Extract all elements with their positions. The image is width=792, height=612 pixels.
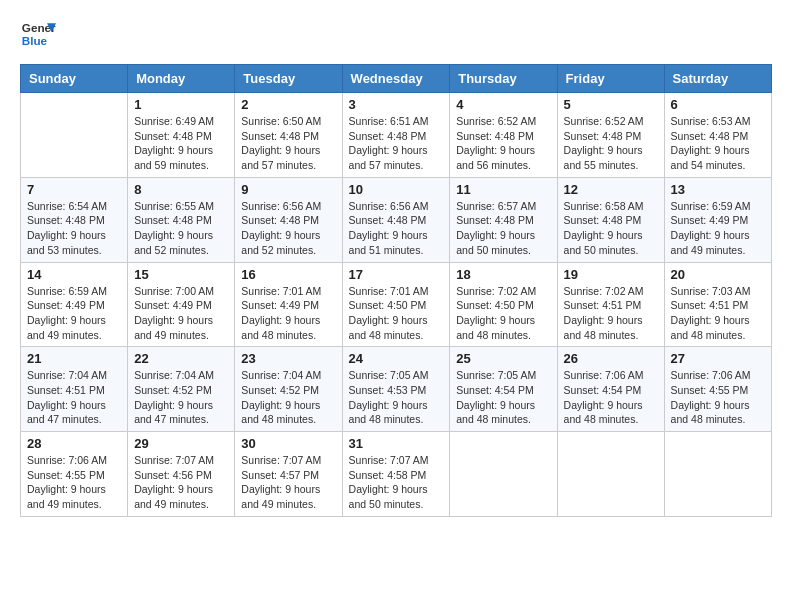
calendar-cell: 28Sunrise: 7:06 AM Sunset: 4:55 PM Dayli…: [21, 432, 128, 517]
day-info: Sunrise: 7:02 AM Sunset: 4:51 PM Dayligh…: [564, 284, 658, 343]
day-number: 21: [27, 351, 121, 366]
day-info: Sunrise: 7:07 AM Sunset: 4:56 PM Dayligh…: [134, 453, 228, 512]
day-info: Sunrise: 7:05 AM Sunset: 4:54 PM Dayligh…: [456, 368, 550, 427]
day-info: Sunrise: 7:06 AM Sunset: 4:55 PM Dayligh…: [27, 453, 121, 512]
day-number: 17: [349, 267, 444, 282]
day-number: 13: [671, 182, 765, 197]
calendar-header-monday: Monday: [128, 65, 235, 93]
day-number: 20: [671, 267, 765, 282]
calendar-cell: 31Sunrise: 7:07 AM Sunset: 4:58 PM Dayli…: [342, 432, 450, 517]
day-number: 3: [349, 97, 444, 112]
calendar-week-row: 28Sunrise: 7:06 AM Sunset: 4:55 PM Dayli…: [21, 432, 772, 517]
day-info: Sunrise: 7:03 AM Sunset: 4:51 PM Dayligh…: [671, 284, 765, 343]
day-info: Sunrise: 7:01 AM Sunset: 4:50 PM Dayligh…: [349, 284, 444, 343]
day-number: 5: [564, 97, 658, 112]
header: General Blue: [20, 16, 772, 52]
day-info: Sunrise: 6:56 AM Sunset: 4:48 PM Dayligh…: [241, 199, 335, 258]
day-number: 29: [134, 436, 228, 451]
calendar-cell: 2Sunrise: 6:50 AM Sunset: 4:48 PM Daylig…: [235, 93, 342, 178]
day-number: 8: [134, 182, 228, 197]
calendar-header-wednesday: Wednesday: [342, 65, 450, 93]
calendar-cell: 7Sunrise: 6:54 AM Sunset: 4:48 PM Daylig…: [21, 177, 128, 262]
calendar-cell: 29Sunrise: 7:07 AM Sunset: 4:56 PM Dayli…: [128, 432, 235, 517]
calendar-cell: 25Sunrise: 7:05 AM Sunset: 4:54 PM Dayli…: [450, 347, 557, 432]
calendar-header-friday: Friday: [557, 65, 664, 93]
calendar-cell: 8Sunrise: 6:55 AM Sunset: 4:48 PM Daylig…: [128, 177, 235, 262]
day-info: Sunrise: 7:00 AM Sunset: 4:49 PM Dayligh…: [134, 284, 228, 343]
calendar-week-row: 14Sunrise: 6:59 AM Sunset: 4:49 PM Dayli…: [21, 262, 772, 347]
svg-text:Blue: Blue: [22, 34, 48, 47]
day-info: Sunrise: 7:02 AM Sunset: 4:50 PM Dayligh…: [456, 284, 550, 343]
calendar-week-row: 21Sunrise: 7:04 AM Sunset: 4:51 PM Dayli…: [21, 347, 772, 432]
calendar-cell: 21Sunrise: 7:04 AM Sunset: 4:51 PM Dayli…: [21, 347, 128, 432]
calendar-header-saturday: Saturday: [664, 65, 771, 93]
day-info: Sunrise: 7:04 AM Sunset: 4:51 PM Dayligh…: [27, 368, 121, 427]
calendar-cell: 26Sunrise: 7:06 AM Sunset: 4:54 PM Dayli…: [557, 347, 664, 432]
day-info: Sunrise: 7:07 AM Sunset: 4:58 PM Dayligh…: [349, 453, 444, 512]
day-number: 19: [564, 267, 658, 282]
day-number: 16: [241, 267, 335, 282]
day-number: 9: [241, 182, 335, 197]
day-number: 22: [134, 351, 228, 366]
day-info: Sunrise: 6:59 AM Sunset: 4:49 PM Dayligh…: [27, 284, 121, 343]
calendar-cell: 23Sunrise: 7:04 AM Sunset: 4:52 PM Dayli…: [235, 347, 342, 432]
day-info: Sunrise: 6:51 AM Sunset: 4:48 PM Dayligh…: [349, 114, 444, 173]
day-info: Sunrise: 7:06 AM Sunset: 4:54 PM Dayligh…: [564, 368, 658, 427]
day-number: 23: [241, 351, 335, 366]
day-number: 11: [456, 182, 550, 197]
day-number: 31: [349, 436, 444, 451]
calendar-cell: 13Sunrise: 6:59 AM Sunset: 4:49 PM Dayli…: [664, 177, 771, 262]
calendar-header-tuesday: Tuesday: [235, 65, 342, 93]
calendar-cell: 1Sunrise: 6:49 AM Sunset: 4:48 PM Daylig…: [128, 93, 235, 178]
day-number: 4: [456, 97, 550, 112]
logo: General Blue: [20, 16, 56, 52]
day-info: Sunrise: 7:01 AM Sunset: 4:49 PM Dayligh…: [241, 284, 335, 343]
day-number: 27: [671, 351, 765, 366]
logo-icon: General Blue: [20, 16, 56, 52]
calendar-cell: 5Sunrise: 6:52 AM Sunset: 4:48 PM Daylig…: [557, 93, 664, 178]
calendar-cell: 15Sunrise: 7:00 AM Sunset: 4:49 PM Dayli…: [128, 262, 235, 347]
day-number: 25: [456, 351, 550, 366]
day-info: Sunrise: 6:57 AM Sunset: 4:48 PM Dayligh…: [456, 199, 550, 258]
day-info: Sunrise: 6:50 AM Sunset: 4:48 PM Dayligh…: [241, 114, 335, 173]
day-info: Sunrise: 6:53 AM Sunset: 4:48 PM Dayligh…: [671, 114, 765, 173]
calendar-cell: 14Sunrise: 6:59 AM Sunset: 4:49 PM Dayli…: [21, 262, 128, 347]
calendar-cell: 9Sunrise: 6:56 AM Sunset: 4:48 PM Daylig…: [235, 177, 342, 262]
calendar-cell: 3Sunrise: 6:51 AM Sunset: 4:48 PM Daylig…: [342, 93, 450, 178]
day-number: 15: [134, 267, 228, 282]
calendar-week-row: 7Sunrise: 6:54 AM Sunset: 4:48 PM Daylig…: [21, 177, 772, 262]
day-number: 10: [349, 182, 444, 197]
calendar-cell: [664, 432, 771, 517]
day-number: 2: [241, 97, 335, 112]
calendar-cell: 17Sunrise: 7:01 AM Sunset: 4:50 PM Dayli…: [342, 262, 450, 347]
day-number: 26: [564, 351, 658, 366]
day-number: 28: [27, 436, 121, 451]
calendar-cell: 24Sunrise: 7:05 AM Sunset: 4:53 PM Dayli…: [342, 347, 450, 432]
day-info: Sunrise: 6:52 AM Sunset: 4:48 PM Dayligh…: [456, 114, 550, 173]
calendar-cell: 20Sunrise: 7:03 AM Sunset: 4:51 PM Dayli…: [664, 262, 771, 347]
calendar-cell: [21, 93, 128, 178]
calendar-cell: 4Sunrise: 6:52 AM Sunset: 4:48 PM Daylig…: [450, 93, 557, 178]
day-number: 1: [134, 97, 228, 112]
day-info: Sunrise: 6:59 AM Sunset: 4:49 PM Dayligh…: [671, 199, 765, 258]
day-number: 12: [564, 182, 658, 197]
day-number: 14: [27, 267, 121, 282]
day-number: 7: [27, 182, 121, 197]
day-info: Sunrise: 6:54 AM Sunset: 4:48 PM Dayligh…: [27, 199, 121, 258]
calendar-cell: [557, 432, 664, 517]
day-info: Sunrise: 7:04 AM Sunset: 4:52 PM Dayligh…: [241, 368, 335, 427]
calendar-header-thursday: Thursday: [450, 65, 557, 93]
day-info: Sunrise: 7:06 AM Sunset: 4:55 PM Dayligh…: [671, 368, 765, 427]
calendar-cell: 16Sunrise: 7:01 AM Sunset: 4:49 PM Dayli…: [235, 262, 342, 347]
calendar-cell: 19Sunrise: 7:02 AM Sunset: 4:51 PM Dayli…: [557, 262, 664, 347]
calendar-cell: 22Sunrise: 7:04 AM Sunset: 4:52 PM Dayli…: [128, 347, 235, 432]
calendar-cell: 30Sunrise: 7:07 AM Sunset: 4:57 PM Dayli…: [235, 432, 342, 517]
calendar-week-row: 1Sunrise: 6:49 AM Sunset: 4:48 PM Daylig…: [21, 93, 772, 178]
calendar-cell: 18Sunrise: 7:02 AM Sunset: 4:50 PM Dayli…: [450, 262, 557, 347]
calendar-header-sunday: Sunday: [21, 65, 128, 93]
day-info: Sunrise: 6:58 AM Sunset: 4:48 PM Dayligh…: [564, 199, 658, 258]
day-info: Sunrise: 7:05 AM Sunset: 4:53 PM Dayligh…: [349, 368, 444, 427]
day-info: Sunrise: 7:07 AM Sunset: 4:57 PM Dayligh…: [241, 453, 335, 512]
calendar-cell: [450, 432, 557, 517]
day-number: 30: [241, 436, 335, 451]
